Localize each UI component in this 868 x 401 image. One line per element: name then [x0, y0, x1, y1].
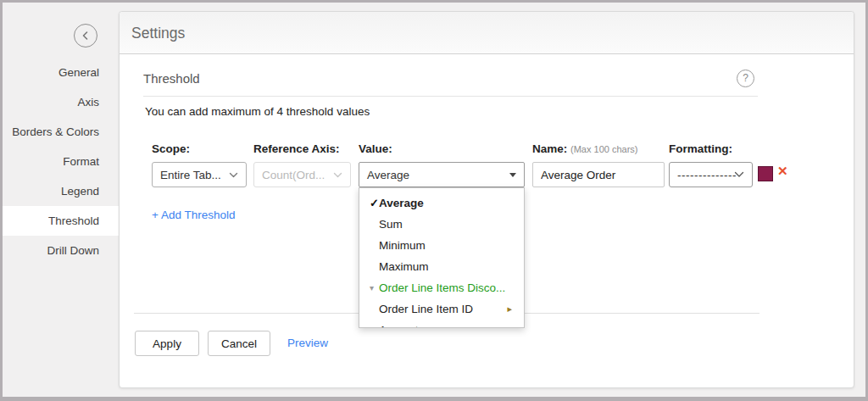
settings-window: GeneralAxisBorders & ColorsFormatLegendT…: [0, 0, 868, 401]
help-icon[interactable]: ?: [737, 70, 754, 87]
dropdown-item-sum[interactable]: Sum: [359, 214, 524, 235]
sidebar-item-format[interactable]: Format: [3, 147, 119, 176]
dropdown-item-label: Average: [379, 197, 524, 209]
dropdown-item-label: Sum: [379, 218, 524, 231]
value-select[interactable]: Average: [359, 162, 525, 187]
preview-link[interactable]: Preview: [287, 331, 328, 356]
dropdown-item-average[interactable]: ✓Average: [359, 192, 524, 214]
dropdown-item-label: Minimum: [379, 239, 524, 252]
collapse-caret-icon: ▾: [359, 283, 379, 292]
page-title: Settings: [131, 12, 185, 54]
sidebar-item-general[interactable]: General: [3, 58, 119, 87]
sidebar-item-threshold[interactable]: Threshold: [3, 206, 119, 236]
dropdown-item-maximum[interactable]: Maximum: [359, 256, 524, 277]
add-threshold-link[interactable]: + Add Threshold: [152, 207, 235, 224]
threshold-name-input[interactable]: [532, 162, 665, 187]
check-icon: ✓: [359, 197, 379, 209]
dropdown-item-amount[interactable]: Amount▸: [359, 320, 524, 328]
dropdown-item-label: Maximum: [379, 260, 524, 273]
sidebar-item-drill-down[interactable]: Drill Down: [3, 236, 119, 265]
delete-threshold-icon[interactable]: ✕: [777, 164, 788, 179]
panel-header: Settings: [120, 12, 854, 54]
apply-button[interactable]: Apply: [135, 331, 199, 356]
chevron-left-icon: [81, 31, 91, 41]
sidebar-item-legend[interactable]: Legend: [3, 176, 119, 206]
threshold-info-text: You can add maximum of 4 threshold value…: [145, 105, 370, 118]
scope-select[interactable]: Entire Tab...: [152, 162, 247, 187]
dropdown-item-label: Order Line Item ID: [379, 303, 507, 315]
settings-panel: Settings Threshold ? You can add maximum…: [119, 11, 854, 388]
dropdown-item-order-line-item-id[interactable]: Order Line Item ID▸: [359, 298, 524, 320]
cancel-button[interactable]: Cancel: [208, 331, 270, 356]
color-swatch[interactable]: [758, 166, 773, 181]
sidebar-item-axis[interactable]: Axis: [3, 87, 119, 117]
chevron-down-icon: [734, 171, 744, 178]
formatting-label: Formatting:: [669, 142, 732, 155]
name-label-text: Name:: [532, 142, 567, 155]
scope-label: Scope:: [152, 142, 190, 155]
sidebar-item-borders-colors[interactable]: Borders & Colors: [3, 117, 119, 147]
name-max-chars-hint: (Max 100 chars): [570, 144, 637, 154]
submenu-arrow-icon: ▸: [507, 325, 524, 328]
formatting-select[interactable]: --------------: [669, 162, 753, 187]
caret-down-icon: [509, 173, 516, 177]
submenu-arrow-icon: ▸: [507, 304, 524, 315]
name-label: Name: (Max 100 chars): [532, 142, 638, 155]
value-label: Value:: [359, 142, 392, 155]
dropdown-item-minimum[interactable]: Minimum: [359, 235, 524, 256]
reference-axis-label: Reference Axis:: [253, 142, 340, 155]
value-select-value: Average: [367, 169, 409, 181]
chevron-down-icon: [333, 172, 342, 178]
dropdown-item-label: Amount: [379, 324, 507, 328]
formatting-select-value: --------------: [677, 169, 737, 181]
chevron-down-icon: [229, 172, 238, 178]
dropdown-item-label: Order Line Items Disco...: [379, 281, 524, 294]
back-button[interactable]: [74, 24, 97, 47]
reference-axis-select[interactable]: Count(Ord...: [253, 162, 351, 187]
sidebar-nav: GeneralAxisBorders & ColorsFormatLegendT…: [3, 58, 119, 265]
dropdown-item-order-line-items-disco[interactable]: ▾Order Line Items Disco...: [359, 277, 524, 298]
section-divider: [143, 96, 758, 97]
reference-axis-select-value: Count(Ord...: [262, 169, 325, 181]
panel-content: Threshold ? You can add maximum of 4 thr…: [120, 54, 854, 387]
section-title: Threshold: [143, 71, 200, 86]
value-dropdown-menu: ✓AverageSumMinimumMaximum▾Order Line Ite…: [359, 187, 525, 328]
scope-select-value: Entire Tab...: [160, 169, 221, 181]
